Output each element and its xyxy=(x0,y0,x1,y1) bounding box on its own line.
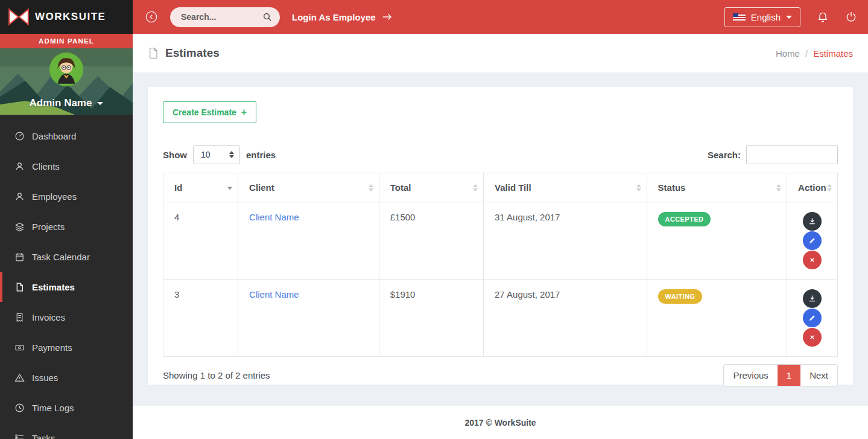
cell-client: Client Name xyxy=(238,280,379,357)
sidebar-item-time-logs[interactable]: Time Logs xyxy=(0,393,133,423)
us-flag-icon xyxy=(733,13,746,21)
sidebar-item-label: Estimates xyxy=(32,282,75,292)
cell-action xyxy=(787,202,838,280)
pagination-page-1[interactable]: 1 xyxy=(778,365,800,386)
download-estimate-button[interactable] xyxy=(803,212,822,231)
sidebar-item-employees[interactable]: Employees xyxy=(0,181,133,211)
sidebar-item-label: Payments xyxy=(32,342,72,353)
cell-total: £1500 xyxy=(379,202,483,280)
column-header-action[interactable]: Action xyxy=(787,173,838,202)
pagination-next[interactable]: Next xyxy=(800,365,837,386)
sidebar-item-tasks[interactable]: Tasks xyxy=(0,423,133,439)
sidebar-item-estimates[interactable]: Estimates xyxy=(0,272,133,302)
sort-icon xyxy=(776,184,781,191)
plus-icon: + xyxy=(241,107,247,117)
login-as-employee-link[interactable]: Login As Employee xyxy=(292,12,393,22)
table-footer: Showing 1 to 2 of 2 entries Previous 1 N… xyxy=(163,364,838,386)
document-icon xyxy=(148,47,159,59)
arrow-right-icon xyxy=(381,12,393,22)
sidebar-item-label: Clients xyxy=(32,161,60,171)
worksuite-logo-icon xyxy=(8,8,29,26)
table-search-control: Search: xyxy=(708,145,838,164)
table-search-input[interactable] xyxy=(746,145,838,164)
page-length-control: Show 10 entries xyxy=(163,145,276,164)
cell-status: ACCEPTED xyxy=(647,202,787,280)
language-label: English xyxy=(751,12,781,22)
avatar[interactable] xyxy=(49,53,83,86)
search-label: Search: xyxy=(708,150,741,160)
login-as-label: Login As Employee xyxy=(292,12,376,22)
column-header-client[interactable]: Client xyxy=(238,173,379,202)
language-selector[interactable]: English xyxy=(724,7,800,27)
table-row: 3 Client Name $1910 27 August, 2017 WAIT… xyxy=(163,280,838,357)
pagination-previous[interactable]: Previous xyxy=(724,365,777,386)
select-arrows-icon xyxy=(229,151,234,158)
sidebar-item-label: Dashboard xyxy=(32,131,76,141)
edit-estimate-button[interactable] xyxy=(803,231,822,250)
notifications-button[interactable] xyxy=(817,11,829,23)
estimates-card: Create Estimate + Show 10 entries Search… xyxy=(148,87,853,385)
cell-status: WAITING xyxy=(647,280,787,357)
sidebar-item-dashboard[interactable]: Dashboard xyxy=(0,121,133,151)
page-length-value: 10 xyxy=(201,150,211,159)
delete-estimate-button[interactable] xyxy=(803,328,822,347)
cell-valid-till: 31 August, 2017 xyxy=(484,202,647,280)
sidebar-menu: Dashboard Clients Employees Projects Tas… xyxy=(0,115,133,439)
sort-icon xyxy=(473,184,478,191)
projects-icon xyxy=(14,222,25,232)
row-actions xyxy=(791,289,834,347)
collapse-left-icon xyxy=(145,10,158,24)
sort-icon xyxy=(827,184,832,191)
search-icon[interactable] xyxy=(262,12,272,22)
x-icon xyxy=(808,255,817,264)
download-estimate-button[interactable] xyxy=(803,289,822,308)
topbar-search-input[interactable] xyxy=(181,12,262,22)
content-area: Create Estimate + Show 10 entries Search… xyxy=(133,72,868,406)
footer: 2017 © WorkSuite xyxy=(133,406,868,439)
sidebar-item-label: Issues xyxy=(32,373,58,383)
user-menu[interactable]: Admin Name xyxy=(0,97,133,109)
column-header-total[interactable]: Total xyxy=(379,173,483,202)
sidebar-item-projects[interactable]: Projects xyxy=(0,211,133,242)
dashboard-icon xyxy=(14,131,25,141)
sidebar-item-label: Task Calendar xyxy=(32,252,90,262)
breadcrumb-home[interactable]: Home xyxy=(776,48,800,59)
sidebar-item-payments[interactable]: Payments xyxy=(0,332,133,362)
admin-panel-banner: ADMIN PANEL xyxy=(0,34,133,48)
status-badge: ACCEPTED xyxy=(658,212,711,226)
sidebar-item-issues[interactable]: Issues xyxy=(0,362,133,393)
column-header-status[interactable]: Status xyxy=(647,173,787,202)
column-header-valid-till[interactable]: Valid Till xyxy=(484,173,647,202)
topbar-search xyxy=(170,7,280,27)
column-header-id[interactable]: Id xyxy=(163,173,238,202)
tasks-icon xyxy=(14,433,25,439)
sidebar-toggle-button[interactable] xyxy=(145,10,158,24)
invoices-icon xyxy=(14,312,25,322)
client-link[interactable]: Client Name xyxy=(249,212,299,222)
table-summary: Showing 1 to 2 of 2 entries xyxy=(163,370,270,380)
logout-button[interactable] xyxy=(845,11,857,23)
caret-down-icon xyxy=(786,16,792,19)
breadcrumb-separator: / xyxy=(805,48,808,59)
cell-total: $1910 xyxy=(379,280,483,357)
delete-estimate-button[interactable] xyxy=(803,251,822,269)
download-icon xyxy=(808,217,817,226)
client-link[interactable]: Client Name xyxy=(249,289,299,300)
sidebar-item-label: Employees xyxy=(32,191,77,202)
edit-estimate-button[interactable] xyxy=(803,309,822,327)
cell-client: Client Name xyxy=(238,202,379,280)
create-estimate-button[interactable]: Create Estimate + xyxy=(163,101,256,123)
issues-icon xyxy=(14,373,25,383)
avatar-cartoon-image xyxy=(49,53,83,86)
entries-label: entries xyxy=(246,150,276,160)
brand-logo[interactable]: WORKSUITE xyxy=(0,0,133,34)
page-length-select[interactable]: 10 xyxy=(193,145,240,164)
download-icon xyxy=(808,294,817,303)
sidebar-item-clients[interactable]: Clients xyxy=(0,151,133,181)
estimates-table: Id Client Total Valid Till Status Action… xyxy=(163,173,838,357)
user-name: Admin Name xyxy=(30,97,92,109)
copyright-text: 2017 © WorkSuite xyxy=(464,418,536,428)
cell-id: 4 xyxy=(163,202,238,280)
sidebar-item-invoices[interactable]: Invoices xyxy=(0,302,133,332)
sidebar-item-task-calendar[interactable]: Task Calendar xyxy=(0,242,133,272)
